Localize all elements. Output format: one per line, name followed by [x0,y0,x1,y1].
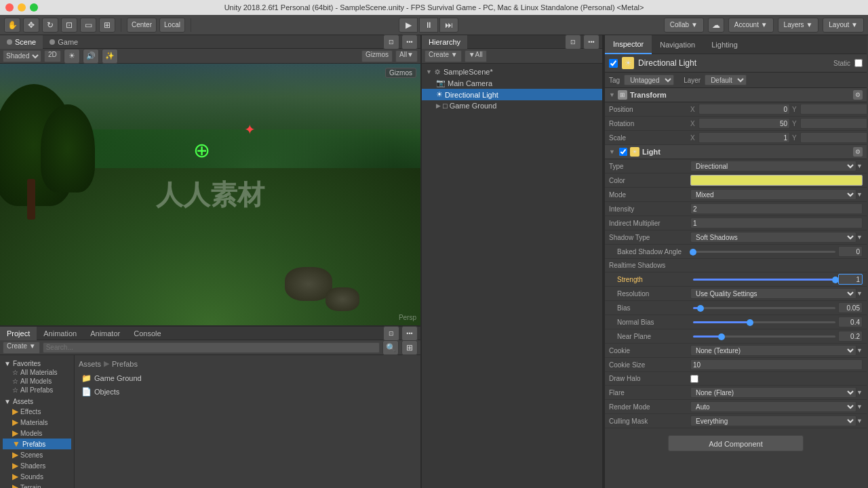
filter-button[interactable]: ⊞ [401,340,418,355]
scale-x-input[interactable] [698,132,790,143]
render-mode-select[interactable]: Auto [690,401,856,412]
account-button[interactable]: Account ▼ [728,18,774,33]
create-hierarchy-button[interactable]: Create ▼ [425,50,462,62]
terrain-item[interactable]: ▶ Terrain [3,482,71,488]
flare-select[interactable]: None (Flare) [690,387,856,398]
all-prefabs-item[interactable]: ☆ All Prefabs [3,386,71,394]
more-project-button[interactable]: ••• [401,326,418,341]
rotation-x-input[interactable] [698,118,790,129]
scenes-item[interactable]: ▶ Scenes [3,449,71,460]
scale-tool-button[interactable]: ⊡ [61,18,77,33]
effects-toggle-button[interactable]: ✨ [102,49,118,64]
move-tool-button[interactable]: ✥ [23,18,39,33]
minimize-button[interactable] [18,3,26,12]
layer-select[interactable]: Default [705,75,747,85]
layers-button[interactable]: Layers ▼ [778,18,819,33]
all-button[interactable]: All▼ [395,50,418,62]
cookie-select[interactable]: None (Texture) [690,345,856,356]
gizmos-button[interactable]: Gizmos [361,50,393,62]
draw-halo-checkbox[interactable] [690,375,698,383]
tab-project[interactable]: Project [0,327,37,340]
hierarchy-game-ground[interactable]: ▶ □ Game Ground [422,100,602,111]
tab-navigation[interactable]: Navigation [652,35,703,54]
gizmo-button[interactable]: Gizmos [385,68,416,78]
rotation-y-input[interactable] [800,118,867,129]
add-component-button[interactable]: Add Component [668,435,804,451]
intensity-input[interactable] [690,203,863,214]
baked-shadow-track[interactable] [693,251,835,253]
light-section-header[interactable]: ▼ ☀ Light ⚙ [605,145,867,159]
maximize-button[interactable] [30,3,38,12]
strength-value[interactable]: 1 [838,274,863,285]
breadcrumb-prefabs[interactable]: Prefabs [112,360,138,368]
tab-animation[interactable]: Animation [37,327,83,340]
position-y-input[interactable] [800,104,867,115]
shaders-item[interactable]: ▶ Shaders [3,460,71,471]
objects-item[interactable]: 📄 Objects [79,386,416,398]
materials-item[interactable]: ▶ Materials [3,417,71,428]
step-button[interactable]: ⏭ [439,18,458,33]
tab-scene[interactable]: Scene [0,35,43,49]
effects-item[interactable]: ▶ Effects [3,406,71,417]
position-x-input[interactable] [698,104,790,115]
more-hierarchy-button[interactable]: ••• [583,35,599,49]
mode-select[interactable]: Mixed [690,189,856,200]
hierarchy-all-button[interactable]: ▼All [465,50,487,62]
2d-button[interactable]: 2D [44,50,61,62]
favorites-header[interactable]: ▼ Favorites [3,359,71,368]
tab-lighting[interactable]: Lighting [703,35,746,54]
project-search-input[interactable] [43,342,380,353]
viewport[interactable]: ⊕ ✦ Gizmos Persp 人人素材 [0,64,420,325]
scale-y-input[interactable] [800,132,867,143]
collab-button[interactable]: Collab ▼ [664,18,704,33]
shadow-type-select[interactable]: Soft Shadows [690,232,856,243]
center-button[interactable]: Center [127,18,157,33]
models-item[interactable]: ▶ Models [3,428,71,439]
tab-console[interactable]: Console [127,327,167,340]
light-enabled-checkbox[interactable] [619,148,627,156]
create-project-button[interactable]: Create ▼ [3,342,40,354]
culling-mask-select[interactable]: Everything [690,415,856,426]
play-button[interactable]: ▶ [399,18,418,33]
static-checkbox[interactable] [854,59,863,67]
maximize-hierarchy-button[interactable]: ⊡ [565,35,581,49]
bias-track[interactable] [693,307,835,309]
layout-button[interactable]: Layout ▼ [823,18,864,33]
hand-tool-button[interactable]: ✋ [4,18,20,33]
normal-bias-track[interactable] [693,321,835,323]
audio-toggle-button[interactable]: 🔊 [83,49,99,64]
hierarchy-main-camera[interactable]: 📷 Main Camera [422,77,602,89]
local-button[interactable]: Local [159,18,185,33]
near-plane-track[interactable] [693,336,835,338]
all-materials-item[interactable]: ☆ All Materials [3,368,71,377]
all-models-item[interactable]: ☆ All Models [3,377,71,386]
tab-animator[interactable]: Animator [83,327,127,340]
type-select[interactable]: Directional [690,161,856,171]
transform-section-header[interactable]: ▼ ⊞ Transform ⚙ [605,88,867,102]
more-scene-button[interactable]: ••• [401,35,418,49]
hierarchy-directional-light[interactable]: ☀ Directional Light [422,89,602,100]
rotate-tool-button[interactable]: ↻ [42,18,58,33]
light-toggle-button[interactable]: ☀ [64,49,80,64]
maximize-scene-button[interactable]: ⊡ [383,35,399,49]
pause-button[interactable]: ⏸ [419,18,438,33]
tag-select[interactable]: Untagged [624,75,674,85]
indirect-mult-input[interactable] [690,218,863,228]
light-settings-button[interactable]: ⚙ [853,147,863,157]
close-button[interactable] [5,3,14,12]
breadcrumb-assets[interactable]: Assets [79,360,101,368]
prefabs-item[interactable]: ▼ Prefabs [3,439,71,449]
shaded-select[interactable]: Shaded [3,50,41,62]
sounds-item[interactable]: ▶ Sounds [3,471,71,482]
game-ground-folder[interactable]: 📁 Game Ground [79,372,416,384]
assets-header[interactable]: ▼ Assets [3,397,71,406]
color-swatch[interactable] [690,175,863,186]
hierarchy-scene-root[interactable]: ▼ ⛭ SampleScene* [422,66,602,77]
tab-game[interactable]: Game [43,35,85,49]
strength-track[interactable] [693,279,835,281]
transform-settings-button[interactable]: ⚙ [853,90,863,100]
object-active-checkbox[interactable] [609,59,618,68]
cloud-button[interactable]: ☁ [708,18,724,33]
resolution-select[interactable]: Use Quality Settings [690,288,856,299]
rect-tool-button[interactable]: ▭ [80,18,96,33]
